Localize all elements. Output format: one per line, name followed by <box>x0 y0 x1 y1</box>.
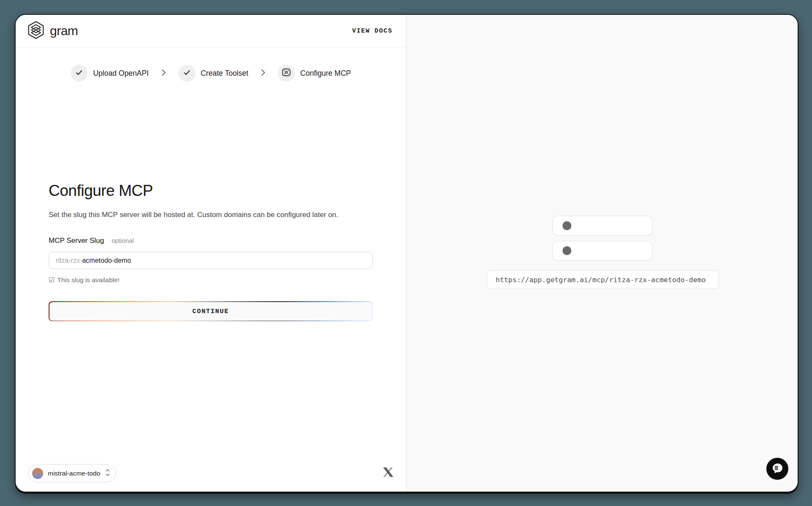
check-icon <box>76 69 82 77</box>
mcp-server-slug-input[interactable]: ritza-rzx-acmetodo-demo <box>49 252 373 269</box>
brand-logo[interactable]: gram <box>27 21 78 41</box>
gear-frame-icon <box>281 67 291 79</box>
app-header: gram VIEW DOCS <box>16 15 406 47</box>
stepper-step-configure-mcp[interactable]: Configure MCP <box>278 65 351 82</box>
step-label: Create Toolset <box>201 69 249 78</box>
preview-panel: https://app.getgram.ai/mcp/ritza-rzx-acm… <box>406 15 798 492</box>
page-description: Set the slug this MCP server will be hos… <box>49 211 338 219</box>
checkbox-checked-icon: ☑ <box>49 276 55 284</box>
mcp-server-url-preview: https://app.getgram.ai/mcp/ritza-rzx-acm… <box>487 270 719 289</box>
check-icon <box>184 69 190 77</box>
continue-button-label: CONTINUE <box>49 302 372 321</box>
slug-field-label: MCP Server Slug <box>49 236 104 245</box>
slug-availability-status: ☑ This slug is available! <box>49 276 120 284</box>
select-chevrons-icon <box>105 468 110 478</box>
view-docs-button[interactable]: VIEW DOCS <box>352 28 392 35</box>
x-social-icon[interactable] <box>383 467 394 478</box>
brand-wordmark: gram <box>50 24 78 38</box>
setup-stepper: Upload OpenAPI Create Toolset <box>16 65 406 82</box>
preview-placeholder-card <box>552 241 653 261</box>
left-panel: gram VIEW DOCS Upload OpenAPI <box>16 15 406 492</box>
stepper-step-create-toolset[interactable]: Create Toolset <box>178 65 249 82</box>
step-label: Upload OpenAPI <box>93 69 148 78</box>
chevron-right-icon <box>261 69 265 78</box>
project-avatar <box>32 468 43 479</box>
slug-optional-badge: optional <box>112 237 134 244</box>
step-status-circle <box>71 65 88 82</box>
project-selector[interactable]: mistral-acme-todo <box>28 464 116 482</box>
chevron-right-icon <box>162 69 166 78</box>
continue-button[interactable]: CONTINUE <box>49 301 373 321</box>
slug-field-label-row: MCP Server Slug optional <box>49 236 134 245</box>
slug-value-text: acmetodo-demo <box>82 257 131 264</box>
gram-logo-icon <box>27 21 44 41</box>
step-status-circle <box>278 65 295 82</box>
step-status-circle <box>178 65 195 82</box>
step-label: Configure MCP <box>300 69 351 78</box>
slug-availability-message: This slug is available! <box>57 276 119 284</box>
project-name: mistral-acme-todo <box>48 470 100 477</box>
page-title: Configure MCP <box>49 182 153 200</box>
chat-widget-button[interactable] <box>766 458 788 480</box>
chat-bubble-icon <box>771 462 784 476</box>
placeholder-dot <box>562 221 571 230</box>
slug-prefix-text: ritza-rzx- <box>56 257 82 264</box>
app-window: gram VIEW DOCS Upload OpenAPI <box>15 14 798 492</box>
placeholder-dot <box>562 246 571 255</box>
preview-placeholder-card <box>552 216 653 236</box>
stepper-step-upload-openapi[interactable]: Upload OpenAPI <box>71 65 148 82</box>
